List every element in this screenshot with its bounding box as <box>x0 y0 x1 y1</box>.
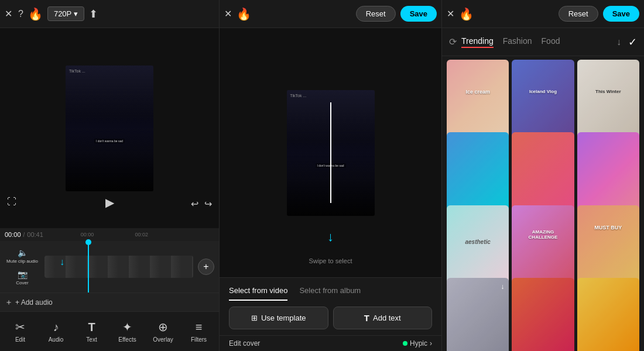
speaker-icon: 🔈 <box>18 248 28 257</box>
effects-icon: ✦ <box>122 320 132 334</box>
swipe-label: Swipe to select <box>309 257 352 264</box>
toolbar-edit[interactable]: ✂ Edit <box>6 320 35 343</box>
mute-clip-audio-button[interactable]: 🔈 Mute clip audio <box>6 248 38 264</box>
edit-label: Edit <box>15 336 25 343</box>
confirm-icon[interactable]: ✓ <box>628 36 637 49</box>
reset-button-right[interactable]: Reset <box>559 6 598 22</box>
template-item-11[interactable] <box>512 278 574 351</box>
close-icon-right[interactable]: ✕ <box>447 8 454 19</box>
play-icon[interactable]: ▶ <box>105 195 114 209</box>
close-icon-left[interactable]: ✕ <box>5 8 12 19</box>
cover-label: Cover <box>16 280 28 285</box>
filters-label: Filters <box>191 336 207 343</box>
template-item-12[interactable] <box>577 278 639 351</box>
overlay-icon: ⊕ <box>158 320 168 334</box>
left-preview: TikTok ... I don't wanna be sad <box>66 66 153 191</box>
fullscreen-icon[interactable]: ⛶ <box>7 197 16 207</box>
edit-cover-label: Edit cover <box>229 339 260 347</box>
total-time: 00:41 <box>27 231 43 238</box>
flame-icon-right: 🔥 <box>459 7 474 21</box>
add-text-button[interactable]: T Add text <box>333 307 433 329</box>
tab-select-from-album[interactable]: Select from album <box>299 281 361 301</box>
filters-icon: ≡ <box>196 321 203 334</box>
mute-label: Mute clip audio <box>6 259 38 264</box>
template-icon: ⊞ <box>251 314 258 322</box>
plus-icon: ＋ <box>5 297 13 308</box>
upload-icon[interactable]: ⬆ <box>89 8 98 20</box>
toolbar-text[interactable]: T Text <box>77 321 107 343</box>
template-down-arrow: ↓ <box>501 283 504 291</box>
toolbar-filters[interactable]: ≡ Filters <box>184 321 214 343</box>
help-icon-left[interactable]: ? <box>18 9 23 19</box>
toolbar-effects[interactable]: ✦ Effects <box>113 320 142 343</box>
current-time: 00:00 <box>5 231 21 238</box>
add-audio-button[interactable]: ＋ + Add audio <box>0 292 219 311</box>
use-template-button[interactable]: ⊞ Use template <box>229 307 328 329</box>
timeline-cursor <box>88 241 89 292</box>
reset-button-middle[interactable]: Reset <box>356 6 396 22</box>
text-icon: T <box>88 321 95 334</box>
effects-label: Effects <box>118 336 136 343</box>
tab-fashion[interactable]: Fashion <box>503 36 532 48</box>
flame-icon-middle: 🔥 <box>237 7 251 21</box>
user-name: Hypic <box>410 339 427 347</box>
track-down-arrow: ↓ <box>60 257 64 267</box>
redo-icon[interactable]: ↪ <box>204 198 212 209</box>
chevron-right-icon[interactable]: › <box>430 339 432 347</box>
tab-food[interactable]: Food <box>542 36 560 48</box>
audio-icon: ♪ <box>53 321 59 334</box>
toolbar-overlay[interactable]: ⊕ Overlay <box>149 320 178 343</box>
time-separator: / <box>23 232 25 238</box>
flame-icon-left: 🔥 <box>28 7 43 21</box>
refresh-icon[interactable]: ⟳ <box>449 36 457 47</box>
save-button-middle[interactable]: Save <box>400 6 437 22</box>
tab-trending[interactable]: Trending <box>461 36 494 48</box>
overlay-label: Overlay <box>153 336 173 343</box>
scissors-icon: ✂ <box>15 320 25 334</box>
add-text-icon: T <box>364 313 369 323</box>
toolbar-audio[interactable]: ♪ Audio <box>42 321 71 343</box>
template-item-10[interactable]: ↓ <box>447 278 509 351</box>
middle-preview: TikTok ... I don't wanna be sad <box>287 90 375 216</box>
resolution-button[interactable]: 720P ▾ <box>47 6 84 21</box>
use-template-label: Use template <box>261 314 306 322</box>
template-grid: Ice cream Iceland Vlog This Winter <box>442 56 644 351</box>
cover-icon: 📷 <box>18 270 28 279</box>
swipe-cursor-line <box>330 102 331 203</box>
cover-track-item[interactable]: 📷 Cover <box>16 270 28 285</box>
timeline-marker-1: 00:02 <box>135 232 148 238</box>
undo-icon[interactable]: ↩ <box>191 198 198 209</box>
close-icon-middle[interactable]: ✕ <box>224 8 232 19</box>
save-button-right[interactable]: Save <box>603 6 639 22</box>
timeline-marker-0: 00:00 <box>81 232 94 238</box>
audio-label: Audio <box>49 336 64 343</box>
collapse-down-icon[interactable]: ↓ <box>616 37 621 47</box>
tab-select-from-video[interactable]: Select from video <box>229 281 287 301</box>
add-track-button[interactable]: + <box>198 259 214 275</box>
cover-down-arrow: ↓ <box>327 229 334 245</box>
add-audio-label: + Add audio <box>15 298 53 307</box>
user-status-dot <box>403 341 407 346</box>
add-text-label: Add text <box>373 314 401 322</box>
text-label: Text <box>86 336 97 343</box>
